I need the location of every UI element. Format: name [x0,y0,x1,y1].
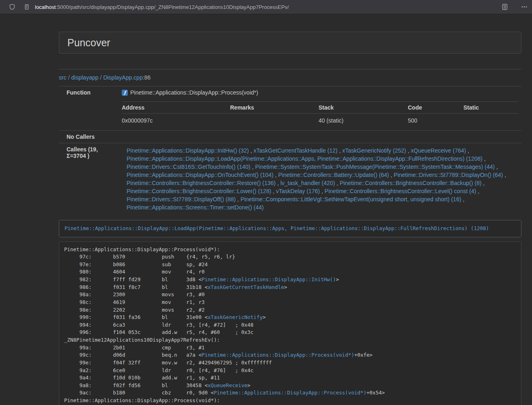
breadcrumb-line-number: :86 [143,74,151,81]
callee-link[interactable]: Pinetime::Applications::DisplayApp::Load… [127,155,482,162]
col-header-code: Code [408,102,463,114]
callee-link[interactable]: Pinetime::Applications::DisplayApp::Init… [127,147,249,154]
symbol-link[interactable]: Pinetime::Applications::DisplayApp::Proc… [214,390,366,396]
callee-link[interactable]: Pinetime::Components::LittleVgl::SetNewT… [241,196,461,202]
callee-separator: , [482,155,486,162]
divider [59,69,521,69]
page-actions-icon[interactable] [519,2,529,12]
breadcrumb-link-src[interactable]: src [59,74,67,81]
callee-link[interactable]: xTaskGenericNotify (252) [342,147,406,154]
col-header-remarks: Remarks [230,102,319,114]
static-value [463,114,518,128]
callee-link[interactable]: Pinetime::Drivers::Cst816S::GetTouchInfo… [127,164,250,170]
col-header-address: Address [122,102,230,114]
reader-view-icon[interactable] [500,2,510,12]
remarks-value [230,114,319,128]
highlighted-callee-box: Pinetime::Applications::DisplayApp::Load… [59,220,521,237]
stats-table: Address Remarks Stack Code Static 0x0000… [122,101,518,127]
breadcrumb-separator: / [100,74,102,81]
callee-link[interactable]: Pinetime::Controllers::Battery::Update()… [278,172,389,178]
callee-separator: , [482,180,485,186]
callee-link[interactable]: Pinetime::Controllers::BrightnessControl… [325,188,476,194]
callee-link[interactable]: Pinetime::System::SystemTask::PushMessag… [255,164,495,170]
page-content: Puncover src/displayapp/DisplayApp.cpp:8… [59,32,521,405]
url-bar[interactable]: localhost:5000/path/src/displayapp/Displ… [35,4,500,10]
breadcrumb-link-displayapp[interactable]: displayapp [71,74,99,81]
symbol-link[interactable]: Pinetime::Applications::DisplayApp::Proc… [202,352,354,358]
callee-separator: , [476,188,479,194]
url-host: localhost [35,4,56,10]
callee-link[interactable]: Pinetime::Applications::DisplayApp::OnTo… [127,172,274,178]
callee-separator: , [406,147,411,154]
callees-label: Callees (19, Σ=3704 ) [59,143,118,215]
symbol-link[interactable]: Pinetime::Applications::DisplayApp::Init… [202,276,336,282]
callee-separator: , [249,147,254,154]
code-value: 500 [408,114,463,128]
callee-separator: , [274,172,278,178]
callee-link[interactable]: Pinetime::Controllers::BrightnessControl… [127,188,271,194]
highlighted-callee-link[interactable]: Pinetime::Applications::DisplayApp::Load… [65,225,489,231]
breadcrumb: src/displayapp/DisplayApp.cpp:86 [59,75,521,81]
callee-separator: , [389,172,394,178]
callee-link[interactable]: Pinetime::Applications::Screens::Timer::… [127,204,264,211]
callee-link[interactable]: Pinetime::Controllers::BrightnessControl… [340,180,481,186]
callee-separator: , [461,196,465,202]
callee-separator: , [236,196,241,202]
callee-separator: , [495,164,498,170]
col-header-stack: Stack [319,102,408,114]
callee-link[interactable]: xTaskGetCurrentTaskHandle (12) [254,147,338,154]
symbol-link[interactable]: xTaskGenericNotify [208,314,263,320]
tracking-protection-shield-icon[interactable] [7,2,17,12]
function-row-label: Function [59,86,118,99]
no-callers-label: No Callers [59,131,118,143]
callee-link[interactable]: lv_task_handler (420) [280,180,335,186]
callee-separator: , [503,172,506,178]
callee-separator: , [271,188,276,194]
symbol-link[interactable]: xQueueReceive [208,382,248,388]
disassembly-code: Pinetime::Applications::DisplayApp::Proc… [59,241,521,405]
col-header-static: Static [463,102,518,114]
breadcrumb-link-file[interactable]: DisplayApp.cpp [103,74,142,81]
stats-row: 0x0000097c 40 (static) 500 [122,114,518,128]
browser-toolbar: localhost:5000/path/src/displayapp/Displ… [0,0,532,14]
callee-separator: , [338,147,342,154]
callees-list: Pinetime::Applications::DisplayApp::Init… [118,143,521,215]
callee-link[interactable]: xQueueReceive (764) [411,147,466,154]
callee-link[interactable]: vTaskDelay (176) [276,188,320,194]
symbol-table: Function ƒ Pinetime::Applications::Displ… [59,86,521,215]
breadcrumb-separator: / [68,74,70,81]
url-path: :5000/path/src/displayapp/DisplayApp.cpp… [56,4,289,10]
callee-separator: , [250,164,255,170]
page-title: Puncover [67,37,513,48]
function-icon: ƒ [122,90,128,96]
callee-link[interactable]: Pinetime::Drivers::St7789::DisplayOn() (… [394,172,503,178]
callee-separator: , [320,188,325,194]
callee-link[interactable]: Pinetime::Controllers::BrightnessControl… [127,180,276,186]
callee-separator: , [335,180,340,186]
brand-panel: Puncover [59,32,521,54]
callee-separator: , [466,147,469,154]
stack-value: 40 (static) [319,114,408,128]
page-info-icon[interactable] [22,2,32,12]
callee-separator: , [276,180,280,186]
symbol-link[interactable]: xTaskGetCurrentTaskHandle [208,284,284,290]
callee-link[interactable]: Pinetime::Drivers::St7789::DisplayOff() … [127,196,236,202]
address-value: 0x0000097c [122,114,230,128]
function-name: Pinetime::Applications::DisplayApp::Proc… [130,89,258,96]
